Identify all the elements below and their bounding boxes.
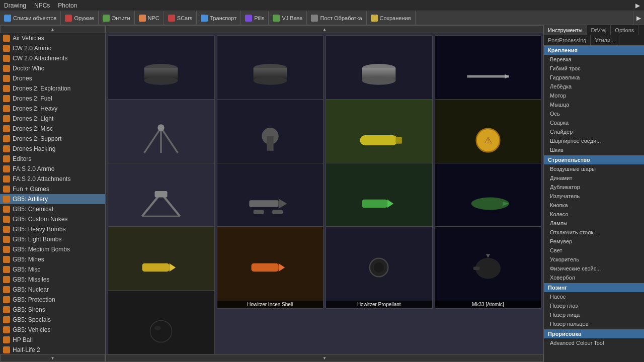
sidebar-item-16[interactable]: GB5: Artillery — [0, 194, 105, 204]
panel-item-3-0[interactable]: Advanced Colour Tool — [544, 338, 644, 347]
sidebar-item-12[interactable]: Editors — [0, 154, 105, 164]
panel-item-1-9[interactable]: Свет — [544, 246, 644, 255]
grid-item-15[interactable]: Mk33 [Atomic] — [435, 226, 542, 308]
svg-marker-34 — [170, 263, 176, 272]
panel-item-0-6[interactable]: Ось — [544, 109, 644, 118]
panel-item-2-3[interactable]: Позер пальцев — [544, 319, 644, 328]
panel-item-0-2[interactable]: Гидравлика — [544, 73, 644, 82]
sidebar-item-11[interactable]: Drones Hacking — [0, 144, 105, 154]
tab-icon-save — [371, 15, 378, 22]
sidebar-item-icon-14 — [3, 175, 10, 183]
panel-item-1-1[interactable]: Динамит — [544, 173, 644, 183]
tab-post[interactable]: Пост Обработка — [307, 11, 366, 25]
sidebar-item-21[interactable]: GB5: Medium Bombs — [0, 244, 105, 254]
panel-item-0-8[interactable]: Слайдер — [544, 127, 644, 136]
sidebar-item-7[interactable]: Drones 2: Heavy — [0, 104, 105, 114]
sidebar-item-0[interactable]: Air Vehicles — [0, 33, 105, 43]
sidebar-item-20[interactable]: GB5: Light Bombs — [0, 234, 105, 244]
tab-vjbase[interactable]: VJ Base — [269, 11, 307, 25]
tab-bar: Списки объектов Оружие Энтити NPC SCars … — [0, 11, 644, 25]
sidebar-item-8[interactable]: Drones 2: Light — [0, 114, 105, 124]
tab-save[interactable]: Сохранения — [367, 11, 416, 25]
sidebar-item-18[interactable]: GB5: Custom Nukes — [0, 214, 105, 224]
sidebar-item-icon-18 — [3, 216, 10, 223]
menu-photon[interactable]: Photon — [58, 2, 77, 9]
panel-item-0-1[interactable]: Гибкий трос — [544, 64, 644, 73]
panel-item-1-4[interactable]: Кнопка — [544, 201, 644, 210]
panel-item-1-12[interactable]: Ховербол — [544, 273, 644, 282]
menu-expand-arrow[interactable]: ▶ — [635, 2, 640, 9]
sidebar-item-24[interactable]: GB5: Missiles — [0, 275, 105, 285]
panel-item-2-2[interactable]: Позер лица — [544, 310, 644, 319]
panel-item-1-3[interactable]: Излучатель — [544, 192, 644, 201]
grid-item-13[interactable]: Howitzer Incen Shell — [217, 226, 324, 308]
sidebar-scroll-down[interactable]: ▼ — [0, 354, 105, 362]
right-tab-1[interactable]: DrVrej — [587, 25, 611, 35]
sidebar-item-28[interactable]: GB5: Specials — [0, 315, 105, 325]
tab-scars[interactable]: SCars — [164, 11, 197, 25]
panel-item-0-7[interactable]: Сварка — [544, 118, 644, 127]
right-tab-3[interactable]: PostProcessing — [544, 35, 591, 45]
sidebar-item-5[interactable]: Drones 2: Exploration — [0, 83, 105, 94]
tab-transport[interactable]: Транспорт — [197, 11, 241, 25]
panel-item-1-7[interactable]: Отключить столк... — [544, 228, 644, 237]
panel-item-2-0[interactable]: Насос — [544, 292, 644, 301]
sidebar-item-23[interactable]: GB5: Misc — [0, 264, 105, 275]
sidebar-item-22[interactable]: GB5: Mines — [0, 254, 105, 264]
sidebar-item-6[interactable]: Drones 2: Fuel — [0, 94, 105, 104]
panel-item-0-5[interactable]: Мышца — [544, 100, 644, 109]
grid-item-label-13: Howitzer Incen Shell — [217, 301, 324, 308]
sidebar-item-30[interactable]: HP Ball — [0, 335, 105, 345]
panel-item-1-11[interactable]: Физические свойс... — [544, 264, 644, 273]
menu-drawing[interactable]: Drawing — [4, 2, 26, 9]
sidebar-item-19[interactable]: GB5: Heavy Bombs — [0, 224, 105, 234]
sidebar-item-17[interactable]: GB5: Chemical — [0, 204, 105, 214]
panel-item-1-5[interactable]: Колесо — [544, 210, 644, 219]
sidebar-scroll-up[interactable]: ▲ — [0, 25, 105, 33]
panel-item-1-6[interactable]: Лампы — [544, 219, 644, 228]
tab-weapons[interactable]: Оружие — [61, 11, 99, 25]
tab-npc[interactable]: NPC — [135, 11, 164, 25]
panel-item-0-9[interactable]: Шарнирное соеди... — [544, 136, 644, 145]
sidebar-item-2[interactable]: CW 2.0 Attachments — [0, 53, 105, 63]
sidebar-item-31[interactable]: Half-Life 2 — [0, 345, 105, 354]
sidebar-item-10[interactable]: Drones 2: Support — [0, 134, 105, 144]
svg-rect-25 — [249, 201, 278, 207]
panel-item-0-3[interactable]: Лебёдка — [544, 82, 644, 91]
sidebar-item-3[interactable]: Doctor Who — [0, 63, 105, 73]
panel-item-1-0[interactable]: Воздушные шары — [544, 164, 644, 173]
panel-item-0-4[interactable]: Мотор — [544, 91, 644, 100]
sidebar-item-1[interactable]: CW 2.0 Ammo — [0, 43, 105, 53]
right-tab-2[interactable]: Options — [611, 25, 638, 35]
panel-item-2-1[interactable]: Позер глаз — [544, 301, 644, 310]
sidebar-item-29[interactable]: GB5: Vehicles — [0, 325, 105, 335]
sidebar-item-15[interactable]: Fun + Games — [0, 184, 105, 194]
grid-item-14[interactable]: Howitzer Propellant — [326, 226, 433, 308]
grid-scroll-down[interactable]: ▼ — [106, 354, 543, 362]
center-content: ▲ 135mm Tankshell170mm Tankshell240mm Ta… — [106, 25, 543, 362]
sidebar-item-14[interactable]: FA:S 2.0 Attachments — [0, 174, 105, 184]
panel-item-0-10[interactable]: Шкив — [544, 145, 644, 154]
menu-npcs[interactable]: NPCs — [34, 2, 50, 9]
panel-item-1-8[interactable]: Ремувер — [544, 237, 644, 246]
svg-rect-35 — [251, 263, 278, 272]
panel-item-1-10[interactable]: Ускоритель — [544, 255, 644, 264]
sidebar-item-26[interactable]: GB5: Protection — [0, 295, 105, 305]
sidebar-item-13[interactable]: FA:S 2.0 Ammo — [0, 164, 105, 174]
right-sidebar: ИнструментыDrVrejOptionsPostProcessingУт… — [543, 25, 644, 362]
sidebar-item-9[interactable]: Drones 2: Misc — [0, 124, 105, 134]
panel-item-1-2[interactable]: Дубликатор — [544, 183, 644, 192]
tab-entities[interactable]: Энтити — [99, 11, 134, 25]
tab-pills[interactable]: Pills — [241, 11, 269, 25]
grid-scroll-up[interactable]: ▲ — [106, 25, 543, 33]
sidebar-item-4[interactable]: Drones — [0, 73, 105, 83]
right-tab-4[interactable]: Утили... — [591, 35, 619, 45]
tab-objects[interactable]: Списки объектов — [0, 11, 61, 25]
tab-scroll-right[interactable]: ▶ — [633, 11, 644, 25]
grid-item-visual-14 — [326, 227, 432, 308]
sidebar-item-27[interactable]: GB5: Sirens — [0, 305, 105, 315]
grid-item-16[interactable]: Mk33 Propellant — [108, 290, 215, 354]
right-tab-0[interactable]: Инструменты — [544, 25, 587, 35]
panel-item-0-0[interactable]: Веревка — [544, 55, 644, 64]
sidebar-item-25[interactable]: GB5: Nuclear — [0, 285, 105, 295]
